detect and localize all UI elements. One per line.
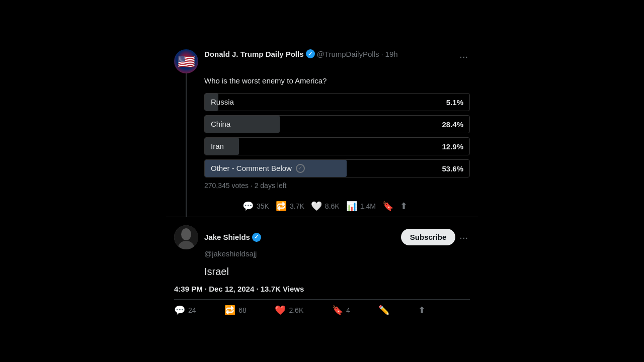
poll-option-text-other: Other - Comment Below ✓ — [205, 160, 311, 177]
tweet-2-timestamp: 4:39 PM · Dec 12, 2024 · 13.7K Views — [174, 279, 470, 293]
action-2-bookmarks[interactable]: 🔖 4 — [332, 306, 350, 315]
tweet-2-header: Jake Shields Subscribe ··· — [174, 225, 470, 249]
action-2-share[interactable]: ⬆ — [418, 306, 426, 315]
views-icon: 📊 — [346, 202, 357, 211]
bookmark-icon: 🔖 — [382, 202, 393, 211]
poll-selected-check-icon: ✓ — [296, 164, 305, 173]
poll-option-text-china: China — [205, 116, 236, 132]
action-comments[interactable]: 💬 35K — [243, 202, 269, 211]
bookmark-icon-2: 🔖 — [332, 306, 343, 315]
action-2-likes[interactable]: ❤️ 2.6K — [275, 306, 303, 315]
author-name-trump: Donald J. Trump Daily Polls — [204, 50, 304, 58]
action-bookmark[interactable]: 🔖 — [382, 202, 393, 211]
tweet-2-time: 4:39 PM · Dec 12, 2024 · — [174, 285, 259, 293]
author-handle-trump: @TrumpDailyPolls — [317, 50, 379, 58]
tweet-1-header: Donald J. Trump Daily Polls @TrumpDailyP… — [166, 49, 478, 73]
likes-count: 8.6K — [325, 202, 340, 210]
heart-icon-2: ❤️ — [275, 306, 286, 315]
svg-point-1 — [181, 228, 191, 240]
poll-percent-iran: 12.9% — [442, 142, 463, 150]
avatar-jake-svg — [174, 225, 198, 249]
likes-count-2: 2.6K — [289, 306, 303, 314]
action-2-edit[interactable]: ✏️ — [378, 306, 389, 315]
tweet-1-time: · — [381, 50, 383, 58]
thread-line — [186, 73, 187, 217]
poll-container: Russia 5.1% China 28.4% Iran 12.9% — [204, 93, 470, 190]
poll-percent-other: 53.6% — [442, 164, 463, 172]
share-icon: ⬆ — [400, 202, 408, 211]
verified-badge-trump — [306, 49, 315, 58]
retweets-count: 3.7K — [290, 202, 304, 210]
tweet-2-more-button[interactable]: ··· — [457, 230, 470, 244]
poll-dot: · — [251, 182, 255, 190]
comment-icon-2: 💬 — [174, 306, 185, 315]
tweet-1-meta: Donald J. Trump Daily Polls @TrumpDailyP… — [204, 49, 451, 58]
feed-container: Donald J. Trump Daily Polls @TrumpDailyP… — [166, 41, 478, 321]
tweet-1: Donald J. Trump Daily Polls @TrumpDailyP… — [166, 41, 478, 217]
edit-icon: ✏️ — [378, 306, 389, 315]
action-views[interactable]: 📊 1.4M — [346, 202, 376, 211]
avatar-trump[interactable] — [174, 49, 198, 73]
poll-time-left: 2 days left — [255, 182, 287, 190]
poll-footer: 270,345 votes · 2 days left — [204, 182, 470, 190]
action-likes[interactable]: 🤍 8.6K — [311, 202, 340, 211]
avatar-jake[interactable] — [174, 225, 198, 249]
tweet-2-views-label: Views — [283, 285, 304, 293]
comments-count-2: 24 — [188, 306, 196, 314]
share-icon-2: ⬆ — [418, 306, 426, 315]
poll-option-text-iran: Iran — [205, 138, 230, 154]
poll-option-russia[interactable]: Russia 5.1% — [204, 93, 470, 111]
heart-icon: 🤍 — [311, 202, 322, 211]
action-2-comments[interactable]: 💬 24 — [174, 306, 196, 315]
retweet-icon: 🔁 — [276, 202, 287, 211]
avatar-jake-image — [174, 225, 198, 249]
views-count: 1.4M — [360, 202, 376, 210]
action-2-retweets[interactable]: 🔁 68 — [224, 306, 247, 315]
tweet-1-author-line: Donald J. Trump Daily Polls @TrumpDailyP… — [204, 49, 451, 58]
tweet-2-handle-row: @jakeshieldsajj — [174, 249, 470, 258]
poll-percent-china: 28.4% — [442, 120, 463, 128]
tweet-2-body: Israel — [174, 258, 470, 279]
retweets-count-2: 68 — [238, 306, 247, 314]
subscribe-button[interactable]: Subscribe — [401, 229, 456, 245]
poll-option-iran[interactable]: Iran 12.9% — [204, 137, 470, 155]
tweet-1-body: Who is the worst enemy to America? Russi… — [166, 73, 478, 217]
tweet-1-ago: 19h — [385, 50, 398, 58]
tweet-1-question: Who is the worst enemy to America? — [204, 75, 470, 87]
retweet-icon-2: 🔁 — [224, 306, 235, 315]
tweet-2: Jake Shields Subscribe ··· @jakeshieldsa… — [166, 217, 478, 321]
tweet-1-more-button[interactable]: ··· — [457, 49, 470, 63]
poll-votes: 270,345 votes — [204, 182, 249, 190]
action-share[interactable]: ⬆ — [400, 202, 408, 211]
tweet-1-actions: 💬 35K 🔁 3.7K 🤍 8.6K 📊 1.4M — [204, 196, 416, 217]
tweet-2-meta: Jake Shields Subscribe ··· — [204, 229, 470, 245]
comments-count: 35K — [257, 202, 269, 210]
tweet-2-content: Israel — [204, 264, 470, 279]
author-name-jake: Jake Shields — [204, 233, 250, 241]
action-retweets[interactable]: 🔁 3.7K — [276, 202, 304, 211]
author-handle-jake: @jakeshieldsajj — [204, 249, 257, 258]
tweet-2-actions: 💬 24 🔁 68 ❤️ 2.6K 🔖 4 ✏️ — [174, 300, 426, 315]
verified-badge-jake — [252, 233, 261, 242]
bookmarks-count-2: 4 — [346, 306, 350, 314]
poll-option-text-russia: Russia — [205, 94, 240, 110]
page-wrapper: Donald J. Trump Daily Polls @TrumpDailyP… — [0, 0, 644, 362]
poll-option-china[interactable]: China 28.4% — [204, 115, 470, 133]
poll-percent-russia: 5.1% — [446, 98, 463, 106]
tweet-2-views-count: 13.7K — [261, 285, 281, 293]
poll-option-other[interactable]: Other - Comment Below ✓ 53.6% — [204, 159, 470, 177]
comment-icon: 💬 — [243, 202, 254, 211]
